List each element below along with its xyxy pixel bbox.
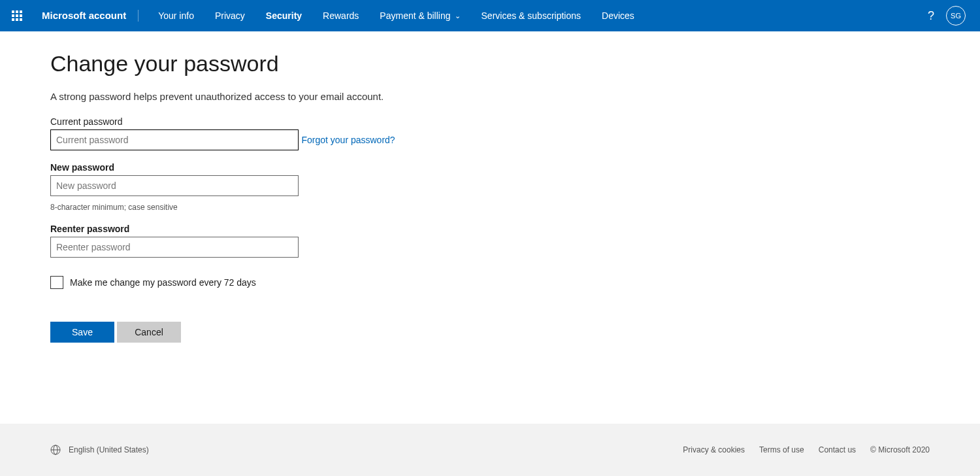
nav-your-info[interactable]: Your info xyxy=(148,0,204,31)
cancel-button[interactable]: Cancel xyxy=(117,322,181,343)
footer-left: English (United States) xyxy=(50,445,149,455)
current-password-label: Current password xyxy=(50,116,980,127)
forgot-password-link[interactable]: Forgot your password? xyxy=(301,135,395,145)
footer-right: Privacy & cookies Terms of use Contact u… xyxy=(683,445,930,454)
button-row: Save Cancel xyxy=(50,322,980,343)
chevron-down-icon: ⌄ xyxy=(455,12,461,20)
periodic-change-label: Make me change my password every 72 days xyxy=(70,277,256,288)
nav-privacy[interactable]: Privacy xyxy=(204,0,255,31)
reenter-password-group: Reenter password xyxy=(50,224,980,258)
new-password-input[interactable] xyxy=(50,175,299,196)
app-launcher-icon[interactable] xyxy=(7,5,27,26)
avatar[interactable]: SG xyxy=(946,6,966,26)
footer: English (United States) Privacy & cookie… xyxy=(0,424,980,476)
header-right: ? SG xyxy=(928,6,973,26)
periodic-change-row: Make me change my password every 72 days xyxy=(50,276,980,289)
nav-devices[interactable]: Devices xyxy=(591,0,645,31)
current-password-group: Current password Forgot your password? xyxy=(50,116,980,150)
reenter-password-label: Reenter password xyxy=(50,224,980,234)
main-content: Change your password A strong password h… xyxy=(0,31,980,424)
nav-payment-billing-label: Payment & billing xyxy=(380,10,450,21)
page-title: Change your password xyxy=(50,51,980,76)
footer-privacy-link[interactable]: Privacy & cookies xyxy=(683,445,745,454)
current-password-input[interactable] xyxy=(50,129,299,150)
nav-services-subscriptions[interactable]: Services & subscriptions xyxy=(471,0,592,31)
periodic-change-checkbox[interactable] xyxy=(50,276,63,289)
header-bar: Microsoft account Your info Privacy Secu… xyxy=(0,0,980,31)
nav-rewards[interactable]: Rewards xyxy=(312,0,369,31)
help-icon[interactable]: ? xyxy=(928,9,934,23)
footer-contact-link[interactable]: Contact us xyxy=(819,445,856,454)
globe-icon xyxy=(50,445,61,455)
new-password-group: New password 8-character minimum; case s… xyxy=(50,162,980,212)
footer-terms-link[interactable]: Terms of use xyxy=(759,445,804,454)
new-password-label: New password xyxy=(50,162,980,173)
save-button[interactable]: Save xyxy=(50,322,114,343)
nav-payment-billing[interactable]: Payment & billing ⌄ xyxy=(369,0,470,31)
nav: Your info Privacy Security Rewards Payme… xyxy=(148,0,645,31)
locale-label[interactable]: English (United States) xyxy=(69,445,149,454)
nav-security[interactable]: Security xyxy=(255,0,312,31)
brand-label[interactable]: Microsoft account xyxy=(42,10,139,22)
footer-copyright: © Microsoft 2020 xyxy=(870,445,930,454)
page-subtitle: A strong password helps prevent unauthor… xyxy=(50,91,980,102)
new-password-hint: 8-character minimum; case sensitive xyxy=(50,203,980,212)
reenter-password-input[interactable] xyxy=(50,237,299,258)
